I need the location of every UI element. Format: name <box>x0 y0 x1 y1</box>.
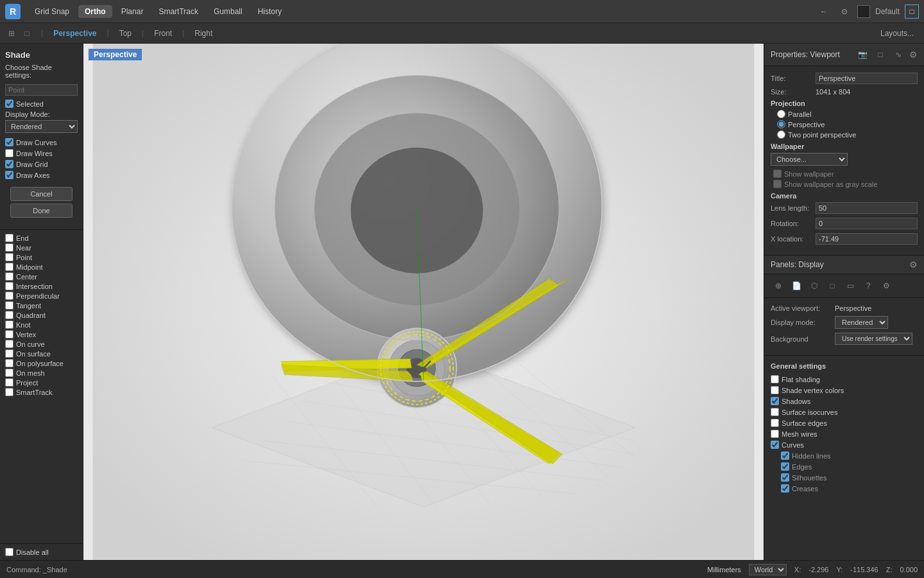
snap-on-polysurface: On polysurface <box>5 359 78 367</box>
tab-top[interactable]: Top <box>112 26 139 40</box>
document-icon[interactable]: 📄 <box>789 278 804 293</box>
z-coord-value: 0.000 <box>900 566 918 574</box>
surface-edges-checkbox[interactable] <box>771 419 779 427</box>
display-mode-select[interactable]: Rendered <box>5 120 78 133</box>
isocurves-checkbox[interactable] <box>771 408 779 416</box>
scene-svg <box>83 44 764 560</box>
point-input[interactable] <box>5 84 78 96</box>
properties-gear-icon[interactable]: ⚙ <box>909 49 918 60</box>
ortho-btn[interactable]: Ortho <box>78 5 112 18</box>
y-coord-label: Y: <box>836 566 843 574</box>
lens-length-label: Lens length: <box>771 204 816 212</box>
curve-prop-icon[interactable]: ∿ <box>891 48 905 62</box>
status-units: Millimeters <box>707 566 741 574</box>
display-gear-icon[interactable]: ⚙ <box>909 259 918 270</box>
snap-midpoint: Midpoint <box>5 263 78 271</box>
mesh-wires-checkbox[interactable] <box>771 430 779 438</box>
layouts-button[interactable]: Layouts... <box>875 28 919 39</box>
silhouettes-label: Silhouettes <box>792 474 826 482</box>
nav-circle-icon[interactable]: ⊙ <box>837 4 852 19</box>
creases-checkbox[interactable] <box>781 484 789 493</box>
snap-smarttrack: SmartTrack <box>5 388 78 396</box>
hidden-lines-checkbox[interactable] <box>781 451 789 460</box>
x-location-label: X location: <box>771 235 816 243</box>
display-rect-icon[interactable]: □ <box>825 278 840 293</box>
shadows-checkbox[interactable] <box>771 397 779 405</box>
hidden-lines-label: Hidden lines <box>792 452 831 460</box>
default-label: Default <box>875 7 900 16</box>
selected-label: Selected <box>16 100 44 108</box>
separator-1: | <box>41 29 43 38</box>
snap-vertex: Vertex <box>5 330 78 338</box>
separator-2: | <box>107 29 109 38</box>
draw-grid-checkbox[interactable] <box>5 160 13 168</box>
status-bar: Command: _Shade Millimeters World X: -2.… <box>0 560 924 578</box>
display-panel-rect-icon[interactable]: ▭ <box>843 278 858 293</box>
general-settings-title: General settings <box>771 362 918 370</box>
show-wallpaper-checkbox[interactable] <box>773 170 782 178</box>
rect-prop-icon[interactable]: □ <box>873 48 887 62</box>
x-location-input[interactable] <box>816 233 918 245</box>
display-panel: Panels: Display ⚙ ⊕ 📄 ⬡ □ ▭ ? ⚙ Active v… <box>764 256 924 560</box>
nav-back-icon[interactable]: ← <box>816 4 832 19</box>
smarttrack-btn[interactable]: SmartTrack <box>152 5 205 18</box>
silhouettes-checkbox[interactable] <box>781 473 789 482</box>
x-coord-label: X: <box>794 566 801 574</box>
selected-checkbox[interactable] <box>5 100 13 108</box>
shade-vertex-checkbox[interactable] <box>771 386 779 394</box>
flat-shading-checkbox[interactable] <box>771 375 779 383</box>
two-point-radio[interactable] <box>777 130 785 139</box>
planar-btn[interactable]: Planar <box>115 5 150 18</box>
disable-all-checkbox[interactable] <box>5 548 13 556</box>
rotation-input[interactable] <box>816 218 918 229</box>
single-view-icon[interactable]: □ <box>21 27 33 40</box>
lens-length-input[interactable] <box>816 202 918 214</box>
shadows-label: Shadows <box>782 398 810 405</box>
camera-prop-icon[interactable]: 📷 <box>855 48 869 62</box>
draw-wires-checkbox[interactable] <box>5 149 13 157</box>
disable-all-label: Disable all <box>16 548 49 556</box>
snap-on-curve: On curve <box>5 340 78 348</box>
draw-curves-checkbox[interactable] <box>5 138 13 146</box>
history-btn[interactable]: History <box>252 5 288 18</box>
background-select[interactable]: Use render settings <box>835 333 912 345</box>
layers-icon[interactable]: ⊕ <box>771 278 786 293</box>
snap-section: End Near Point Midpoint Center Intersect… <box>0 230 83 543</box>
show-grayscale-checkbox[interactable] <box>773 180 782 188</box>
background-label: Background <box>771 335 835 343</box>
curves-checkbox[interactable] <box>771 441 779 449</box>
edges-checkbox[interactable] <box>781 462 789 471</box>
surface-edges-label: Surface edges <box>782 419 827 427</box>
projection-label: Projection <box>771 100 918 107</box>
viewport-tabs: ⊞ □ | Perspective | Top | Front | Right … <box>0 23 924 44</box>
window-icon[interactable]: □ <box>905 4 919 19</box>
tab-front[interactable]: Front <box>146 26 180 40</box>
settings-icon[interactable]: ⚙ <box>878 278 894 293</box>
y-coord-value: -115.346 <box>850 566 878 574</box>
help-icon[interactable]: ? <box>860 278 876 293</box>
parallel-radio[interactable] <box>777 110 785 118</box>
cancel-button[interactable]: Cancel <box>10 187 73 201</box>
draw-axes-label: Draw Axes <box>16 171 50 179</box>
dp-display-mode-select[interactable]: Rendered <box>835 316 888 329</box>
wallpaper-section-label: Wallpaper <box>771 143 918 150</box>
title-input[interactable] <box>816 73 918 84</box>
color-swatch[interactable] <box>857 5 870 18</box>
world-select[interactable]: World <box>749 564 787 575</box>
tab-perspective[interactable]: Perspective <box>46 26 104 40</box>
two-point-radio-label: Two point perspective <box>788 131 856 139</box>
draw-axes-checkbox[interactable] <box>5 171 13 179</box>
gumball-btn[interactable]: Gumball <box>207 5 249 18</box>
grid-view-icon[interactable]: ⊞ <box>5 27 18 40</box>
grid-snap-btn[interactable]: Grid Snap <box>28 5 76 18</box>
done-button[interactable]: Done <box>10 204 73 218</box>
size-label: Size: <box>771 88 816 96</box>
active-viewport-label: Active viewport: <box>771 304 835 312</box>
viewport[interactable]: Perspective <box>83 44 764 560</box>
wallpaper-select[interactable]: Choose... <box>771 153 848 166</box>
perspective-radio[interactable] <box>777 120 785 128</box>
snap-on-surface: On surface <box>5 349 78 358</box>
tab-right[interactable]: Right <box>187 26 220 40</box>
material-icon[interactable]: ⬡ <box>807 278 822 293</box>
dp-display-mode-label: Display mode: <box>771 319 835 326</box>
